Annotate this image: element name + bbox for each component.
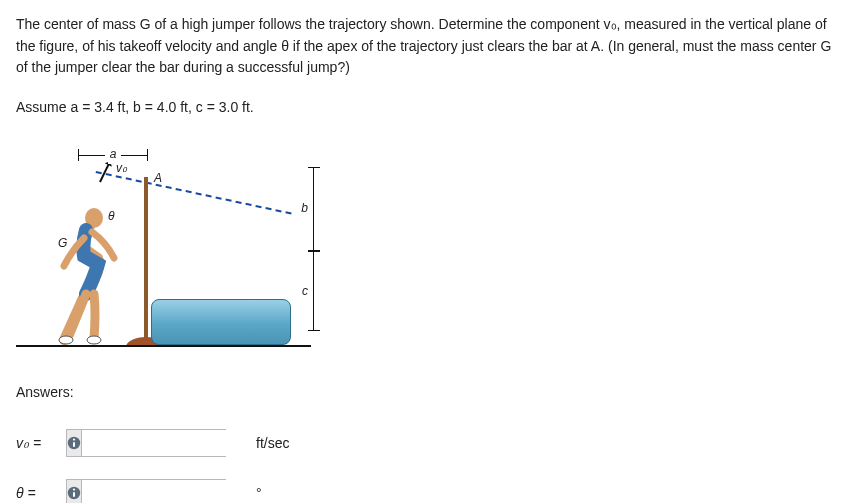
landing-mat [151, 299, 291, 345]
theta-label: θ = [16, 483, 66, 503]
question-text: The center of mass G of a high jumper fo… [16, 14, 843, 79]
theta-input[interactable] [82, 480, 262, 503]
bar-post [144, 177, 148, 347]
theta-input-group [66, 479, 226, 503]
theta-unit: ° [256, 483, 262, 503]
dimension-a: a [78, 149, 148, 161]
label-A-point: A [154, 169, 162, 188]
svg-point-2 [87, 336, 101, 344]
problem-figure: a v₀ A θ G b c [16, 137, 316, 352]
v0-input-group [66, 429, 226, 457]
svg-rect-4 [73, 442, 75, 447]
svg-point-5 [73, 439, 75, 441]
label-b: b [301, 199, 308, 218]
v0-input[interactable] [82, 430, 262, 456]
svg-point-1 [59, 336, 73, 344]
v0-unit: ft/sec [256, 433, 289, 455]
dimension-b-line [313, 167, 314, 251]
jumper-illustration [44, 200, 124, 345]
dimension-c-line [313, 251, 314, 331]
info-icon[interactable] [67, 480, 82, 503]
assumption-text: Assume a = 3.4 ft, b = 4.0 ft, c = 3.0 f… [16, 97, 843, 119]
answers-heading: Answers: [16, 382, 843, 404]
svg-point-8 [73, 489, 75, 491]
info-icon[interactable] [67, 430, 82, 456]
svg-rect-7 [73, 492, 75, 497]
ground-line [16, 345, 311, 347]
label-c: c [302, 282, 308, 301]
label-a: a [108, 145, 119, 164]
answer-row-theta: θ = ° [16, 479, 843, 503]
answer-row-v0: v₀ = ft/sec [16, 429, 843, 457]
v0-label: v₀ = [16, 433, 66, 455]
